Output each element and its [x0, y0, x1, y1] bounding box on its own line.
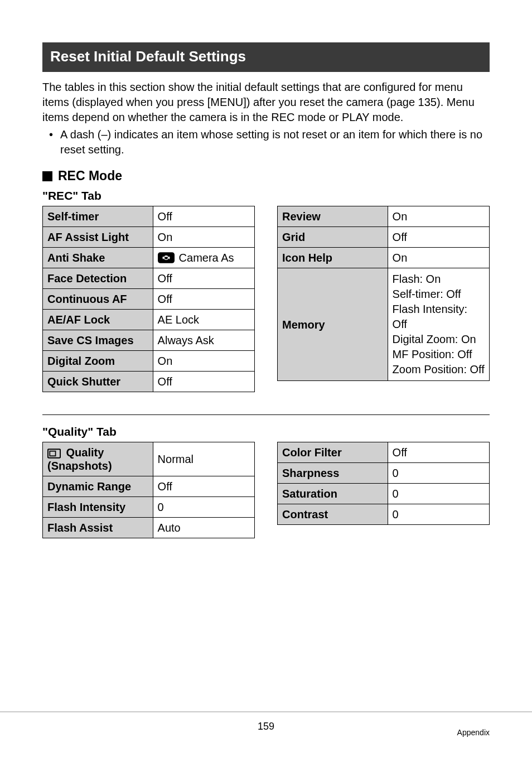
divider — [42, 414, 490, 415]
row-value: Off — [388, 442, 489, 463]
row-value: On — [388, 248, 489, 268]
quality-tab-table-right: Color FilterOff Sharpness0 Saturation0 C… — [277, 442, 490, 525]
svg-rect-0 — [158, 252, 175, 263]
table-row: Face DetectionOff — [43, 268, 255, 289]
anti-shake-value-text: Camera As — [179, 251, 234, 264]
row-value: Off — [153, 268, 254, 289]
table-row: Color FilterOff — [278, 442, 490, 463]
row-label: Saturation — [278, 484, 388, 504]
table-row: Save CS ImagesAlways Ask — [43, 330, 255, 351]
table-row: Dynamic RangeOff — [43, 476, 255, 497]
row-value: Normal — [153, 442, 254, 476]
row-value: Off — [153, 372, 254, 392]
row-label: Flash Intensity — [43, 497, 153, 518]
row-label: Face Detection — [43, 268, 153, 289]
row-value: Always Ask — [153, 330, 254, 351]
row-label: Save CS Images — [43, 330, 153, 351]
quality-tab-title: "Quality" Tab — [42, 425, 490, 438]
table-row: Continuous AFOff — [43, 289, 255, 310]
row-label: Review — [278, 206, 388, 227]
row-value: Flash: On Self-timer: Off Flash Intensit… — [388, 268, 489, 381]
svg-rect-2 — [165, 255, 167, 257]
rec-tab-table-right: ReviewOn GridOff Icon HelpOn MemoryFlash… — [277, 206, 490, 381]
rec-tab-title: "REC" Tab — [42, 189, 490, 202]
row-value: On — [153, 351, 254, 372]
row-label: Self-timer — [43, 206, 153, 227]
row-value: 0 — [388, 463, 489, 484]
row-label: Quick Shutter — [43, 372, 153, 392]
table-row: Flash AssistAuto — [43, 518, 255, 538]
table-row: Flash Intensity0 — [43, 497, 255, 518]
row-value: Off — [153, 289, 254, 310]
row-label: Dynamic Range — [43, 476, 153, 497]
intro-paragraph: The tables in this section show the init… — [42, 80, 490, 125]
row-value: 0 — [153, 497, 254, 518]
table-row: ReviewOn — [278, 206, 490, 227]
row-label: Anti Shake — [43, 248, 153, 268]
table-row: Contrast0 — [278, 504, 490, 525]
anti-shake-icon — [158, 252, 175, 263]
table-row: Self-timerOff — [43, 206, 255, 227]
row-label: Continuous AF — [43, 289, 153, 310]
row-value: Off — [153, 206, 254, 227]
row-label: AE/AF Lock — [43, 310, 153, 330]
row-label: Contrast — [278, 504, 388, 525]
table-row: Digital ZoomOn — [43, 351, 255, 372]
quality-label-line2: (Snapshots) — [47, 460, 112, 472]
row-label: Memory — [278, 268, 388, 381]
row-label: Digital Zoom — [43, 351, 153, 372]
row-label: Icon Help — [278, 248, 388, 268]
row-value: On — [153, 227, 254, 248]
rec-tab-table-left: Self-timerOff AF Assist LightOn Anti Sha… — [42, 206, 255, 392]
row-value: Auto — [153, 518, 254, 538]
row-label: Color Filter — [278, 442, 388, 463]
row-value: Off — [153, 476, 254, 497]
table-row: Quick ShutterOff — [43, 372, 255, 392]
table-row: AF Assist LightOn — [43, 227, 255, 248]
table-row: Icon HelpOn — [278, 248, 490, 268]
table-row: Quality (Snapshots) Normal — [43, 442, 255, 476]
table-row: MemoryFlash: On Self-timer: Off Flash In… — [278, 268, 490, 381]
row-value: AE Lock — [153, 310, 254, 330]
row-label: Grid — [278, 227, 388, 248]
row-value: On — [388, 206, 489, 227]
footer-page-number: 159 — [0, 721, 532, 732]
note-bullet: A dash (–) indicates an item whose setti… — [52, 127, 490, 157]
page-footer: Appendix 159 — [0, 711, 532, 737]
table-row: AE/AF LockAE Lock — [43, 310, 255, 330]
table-row: Anti Shake Camera As — [43, 248, 255, 268]
row-value: Camera As — [153, 248, 254, 268]
row-label: Quality (Snapshots) — [43, 442, 153, 476]
row-label: Flash Assist — [43, 518, 153, 538]
rec-mode-heading: REC Mode — [42, 168, 490, 184]
square-bullet-icon — [42, 171, 52, 181]
snapshot-icon — [47, 449, 61, 459]
table-row: Sharpness0 — [278, 463, 490, 484]
svg-rect-4 — [50, 451, 55, 456]
row-value: 0 — [388, 484, 489, 504]
row-label: Sharpness — [278, 463, 388, 484]
table-row: Saturation0 — [278, 484, 490, 504]
row-label: AF Assist Light — [43, 227, 153, 248]
row-value: Off — [388, 227, 489, 248]
rec-mode-heading-text: REC Mode — [58, 168, 122, 184]
quality-tab-table-left: Quality (Snapshots) Normal Dynamic Range… — [42, 442, 255, 538]
table-row: GridOff — [278, 227, 490, 248]
section-heading: Reset Initial Default Settings — [42, 42, 490, 72]
row-value: 0 — [388, 504, 489, 525]
quality-label-line1: Quality — [66, 446, 104, 459]
